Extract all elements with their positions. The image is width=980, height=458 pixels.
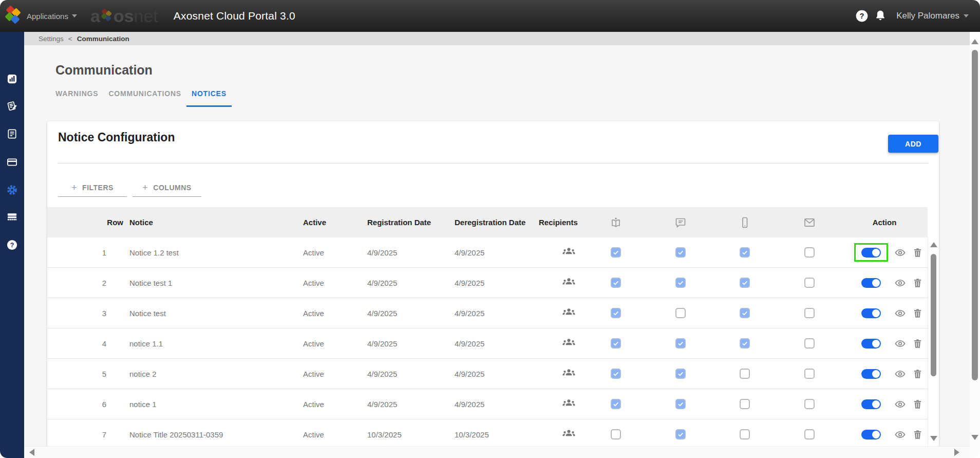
- smartphone-channel-checkbox[interactable]: [740, 429, 750, 439]
- sidebar-item-payments[interactable]: [0, 155, 24, 169]
- axosnet-watermark: a os net: [90, 6, 158, 26]
- row-number-cell: 1: [47, 237, 129, 267]
- toggle-knob: [872, 279, 880, 287]
- sidebar-item-help[interactable]: ?: [0, 238, 24, 251]
- chat-channel-checkbox[interactable]: [675, 369, 686, 379]
- sidebar-item-dashboard[interactable]: [0, 72, 24, 85]
- sidebar-item-documents[interactable]: [0, 127, 24, 140]
- applications-menu-label: Applications: [27, 12, 68, 21]
- active-cell: Active: [303, 237, 367, 267]
- sidebar-item-settings[interactable]: [0, 183, 24, 196]
- table-scrollbar-thumb[interactable]: [931, 254, 936, 376]
- library-channel-checkbox[interactable]: [611, 338, 621, 349]
- mail-channel-checkbox[interactable]: [804, 278, 815, 288]
- mail-channel-checkbox[interactable]: [804, 338, 815, 349]
- chat-channel-checkbox[interactable]: [675, 278, 686, 288]
- chat-channel-checkbox[interactable]: [675, 338, 686, 349]
- active-toggle[interactable]: [861, 430, 881, 439]
- header-row: Row: [47, 207, 129, 237]
- help-icon[interactable]: ?: [855, 9, 869, 23]
- deregistration-date-cell: 4/9/2025: [455, 268, 539, 298]
- header-action: Action: [841, 207, 928, 237]
- active-toggle[interactable]: [861, 399, 881, 409]
- delete-trash-icon[interactable]: [912, 369, 923, 379]
- watermark-letters: os: [114, 6, 134, 26]
- scroll-up-icon[interactable]: [930, 242, 937, 247]
- chat-channel-checkbox[interactable]: [675, 399, 686, 409]
- recipients-group-icon[interactable]: [562, 245, 576, 260]
- view-eye-icon[interactable]: [895, 369, 906, 379]
- view-eye-icon[interactable]: [895, 278, 906, 288]
- columns-button[interactable]: + COLUMNS: [133, 179, 201, 197]
- mail-channel-checkbox[interactable]: [804, 369, 815, 379]
- smartphone-channel-checkbox[interactable]: [740, 399, 750, 409]
- library-channel-checkbox[interactable]: [611, 429, 621, 439]
- view-eye-icon[interactable]: [895, 338, 906, 349]
- active-toggle[interactable]: [861, 248, 881, 258]
- breadcrumb-settings[interactable]: Settings: [39, 35, 64, 43]
- active-toggle[interactable]: [861, 308, 881, 318]
- scroll-right-icon[interactable]: [954, 449, 959, 456]
- library-channel-checkbox[interactable]: [611, 247, 621, 258]
- view-eye-icon[interactable]: [895, 429, 906, 440]
- registration-date-cell: 4/9/2025: [367, 359, 455, 389]
- chat-channel-checkbox[interactable]: [675, 247, 686, 258]
- tab-warnings[interactable]: WARNINGS: [50, 81, 103, 107]
- scroll-down-icon[interactable]: [971, 435, 978, 440]
- smartphone-channel-checkbox[interactable]: [740, 308, 750, 318]
- sidebar-item-reports[interactable]: [0, 210, 24, 223]
- recipients-group-icon[interactable]: [562, 336, 576, 351]
- app-window: Applications a os net Axosnet Cloud Port…: [0, 0, 980, 458]
- tab-notices[interactable]: NOTICES: [186, 81, 232, 107]
- view-eye-icon[interactable]: [895, 247, 906, 258]
- delete-trash-icon[interactable]: [912, 399, 923, 410]
- filters-button[interactable]: + FILTERS: [58, 179, 127, 197]
- sidebar-item-notes[interactable]: [0, 99, 24, 113]
- row-number-cell: 4: [47, 328, 129, 358]
- active-toggle[interactable]: [861, 278, 881, 288]
- mail-channel-checkbox[interactable]: [804, 247, 815, 258]
- chat-channel-checkbox[interactable]: [675, 308, 686, 318]
- smartphone-channel-checkbox[interactable]: [740, 338, 750, 349]
- delete-trash-icon[interactable]: [912, 308, 923, 319]
- svg-text:?: ?: [860, 12, 864, 20]
- mail-channel-checkbox[interactable]: [804, 429, 815, 439]
- window-scrollbar-thumb[interactable]: [972, 50, 978, 380]
- user-menu[interactable]: Kelly Palomares: [896, 11, 969, 21]
- library-channel-checkbox[interactable]: [611, 308, 621, 318]
- add-button[interactable]: ADD: [888, 135, 938, 153]
- chat-channel-checkbox[interactable]: [675, 429, 686, 439]
- scroll-up-icon[interactable]: [971, 39, 978, 44]
- recipients-group-icon[interactable]: [562, 305, 576, 321]
- library-channel-checkbox[interactable]: [611, 399, 621, 409]
- scroll-left-icon[interactable]: [29, 449, 34, 456]
- scroll-down-icon[interactable]: [930, 436, 937, 441]
- delete-trash-icon[interactable]: [912, 429, 923, 440]
- view-eye-icon[interactable]: [895, 308, 906, 319]
- notes-icon: [6, 100, 18, 112]
- delete-trash-icon[interactable]: [912, 247, 923, 258]
- mail-channel-checkbox[interactable]: [804, 399, 815, 409]
- library-channel-checkbox[interactable]: [611, 369, 621, 379]
- toggle-area: [854, 425, 888, 444]
- mail-channel-checkbox[interactable]: [804, 308, 815, 318]
- view-eye-icon[interactable]: [895, 399, 906, 410]
- registration-date-cell: 4/9/2025: [367, 237, 455, 267]
- smartphone-channel-checkbox[interactable]: [740, 247, 750, 258]
- watermark-letter: a: [90, 6, 100, 26]
- tab-communications[interactable]: COMMUNICATIONS: [103, 81, 186, 107]
- bell-icon[interactable]: [874, 9, 887, 23]
- delete-trash-icon[interactable]: [912, 338, 923, 349]
- recipients-group-icon[interactable]: [562, 427, 576, 442]
- smartphone-channel-checkbox[interactable]: [740, 369, 750, 379]
- table-row: 6notice 1Active4/9/20254/9/2025: [47, 389, 928, 419]
- recipients-group-icon[interactable]: [562, 396, 576, 412]
- active-toggle[interactable]: [861, 339, 881, 349]
- applications-menu[interactable]: Applications: [27, 12, 77, 21]
- recipients-group-icon[interactable]: [562, 275, 576, 290]
- active-toggle[interactable]: [861, 369, 881, 379]
- library-channel-checkbox[interactable]: [611, 278, 621, 288]
- recipients-group-icon[interactable]: [562, 366, 576, 381]
- smartphone-channel-checkbox[interactable]: [740, 278, 750, 288]
- delete-trash-icon[interactable]: [912, 278, 923, 288]
